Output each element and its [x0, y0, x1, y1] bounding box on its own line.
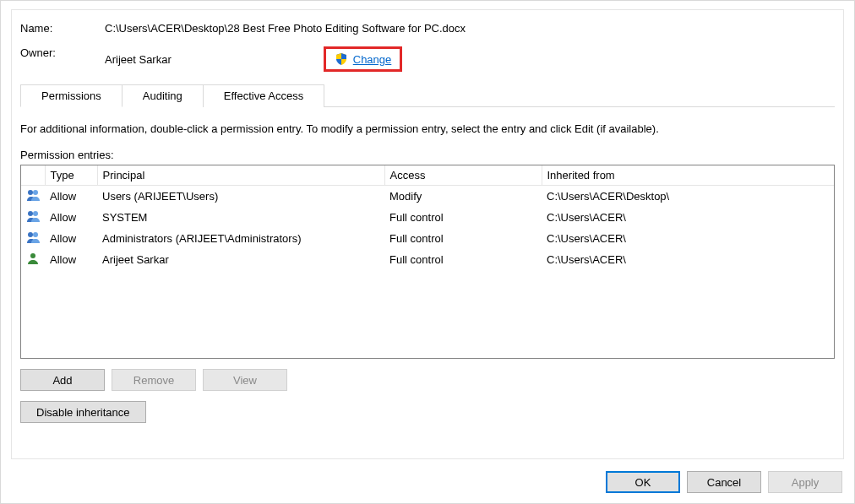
cell-type: Allow [45, 186, 97, 208]
svg-point-0 [28, 190, 33, 195]
cell-inherited: C:\Users\ACER\Desktop\ [542, 186, 834, 208]
table-row[interactable]: AllowUsers (ARIJEET\Users)ModifyC:\Users… [21, 186, 834, 208]
svg-point-1 [33, 190, 38, 195]
owner-value: Arijeet Sarkar [105, 53, 172, 66]
cell-inherited: C:\Users\ACER\ [542, 249, 834, 270]
cell-principal: Users (ARIJEET\Users) [97, 186, 384, 208]
col-icon[interactable] [21, 165, 45, 186]
user-icon [26, 255, 40, 268]
owner-row: Arijeet Sarkar Change [105, 46, 835, 72]
tab-effective-access[interactable]: Effective Access [203, 84, 324, 107]
cell-access: Modify [384, 186, 542, 208]
cell-access: Full control [384, 228, 542, 249]
cell-principal: SYSTEM [97, 207, 384, 228]
name-value: C:\Users\ACER\Desktop\28 Best Free Photo… [105, 22, 835, 35]
instruction-text: For additional information, double-click… [20, 122, 835, 135]
cell-access: Full control [384, 207, 542, 228]
dialog-footer: OK Cancel Apply [606, 471, 842, 493]
cell-type: Allow [45, 207, 97, 228]
col-type[interactable]: Type [45, 165, 97, 186]
svg-point-2 [28, 211, 33, 216]
entry-buttons-row: Add Remove View [20, 369, 835, 391]
uac-shield-icon [335, 52, 348, 66]
svg-point-6 [30, 253, 35, 258]
tab-strip: Permissions Auditing Effective Access [20, 84, 835, 106]
table-row[interactable]: AllowArijeet SarkarFull controlC:\Users\… [21, 249, 834, 270]
add-button[interactable]: Add [20, 369, 105, 391]
cell-access: Full control [384, 249, 542, 270]
change-owner-highlight: Change [324, 46, 403, 72]
name-label: Name: [20, 22, 105, 35]
cell-principal: Administrators (ARIJEET\Administrators) [97, 228, 384, 249]
col-principal[interactable]: Principal [97, 165, 384, 186]
cancel-button[interactable]: Cancel [687, 471, 761, 493]
ok-button[interactable]: OK [606, 471, 680, 493]
permission-entries-list[interactable]: Type Principal Access Inherited from All… [20, 165, 835, 359]
table-row[interactable]: AllowSYSTEMFull controlC:\Users\ACER\ [21, 207, 834, 228]
remove-button: Remove [112, 369, 196, 391]
object-info: Name: C:\Users\ACER\Desktop\28 Best Free… [20, 22, 835, 72]
tab-auditing[interactable]: Auditing [122, 84, 204, 107]
cell-inherited: C:\Users\ACER\ [542, 228, 834, 249]
group-icon [26, 213, 40, 225]
group-icon [26, 234, 40, 247]
permission-entries-label: Permission entries: [20, 149, 835, 161]
change-owner-link[interactable]: Change [353, 53, 392, 66]
col-access[interactable]: Access [384, 165, 542, 186]
main-panel: Name: C:\Users\ACER\Desktop\28 Best Free… [11, 9, 844, 459]
view-button: View [203, 369, 287, 391]
cell-type: Allow [45, 228, 97, 249]
svg-point-4 [28, 232, 33, 237]
inheritance-row: Disable inheritance [20, 401, 835, 423]
col-inherited[interactable]: Inherited from [542, 165, 834, 186]
tab-body: For additional information, double-click… [20, 106, 835, 423]
owner-label: Owner: [20, 46, 105, 72]
cell-type: Allow [45, 249, 97, 270]
cell-inherited: C:\Users\ACER\ [542, 207, 834, 228]
table-header-row: Type Principal Access Inherited from [21, 165, 834, 186]
advanced-security-window: Name: C:\Users\ACER\Desktop\28 Best Free… [0, 0, 855, 504]
table-row[interactable]: AllowAdministrators (ARIJEET\Administrat… [21, 228, 834, 249]
svg-point-3 [33, 211, 38, 216]
group-icon [26, 192, 40, 204]
tab-permissions[interactable]: Permissions [20, 84, 123, 107]
cell-principal: Arijeet Sarkar [97, 249, 384, 270]
disable-inheritance-button[interactable]: Disable inheritance [20, 401, 146, 423]
apply-button: Apply [768, 471, 842, 493]
svg-point-5 [33, 232, 38, 237]
